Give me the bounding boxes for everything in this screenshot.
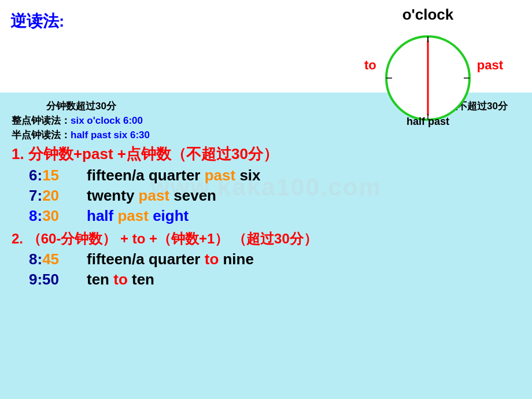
- rule2-heading: 2. （60-分钟数） + to +（钟数+1） （超过30分）: [12, 230, 520, 248]
- to-label: to: [364, 58, 376, 73]
- time-row-830: 8:30 half past eight: [12, 207, 520, 225]
- line1-value: six o'clock 6:00: [71, 115, 143, 126]
- page-title: 逆读法:: [10, 10, 64, 32]
- rule1-heading: 1. 分钟数+past +点钟数（不超过30分）: [12, 144, 520, 164]
- line1-desc: 整点钟读法：six o'clock 6:00: [12, 114, 214, 127]
- time-row-950: 9:50 ten to ten: [12, 271, 520, 289]
- half-past-label: half past: [407, 116, 449, 128]
- line2-desc: 半点钟读法：half past six 6:30: [12, 128, 214, 142]
- time-row-720: 7:20 twenty past seven: [12, 187, 520, 205]
- left-top-desc: 分钟数超过30分: [46, 99, 214, 113]
- line2-value: half past six 6:30: [71, 130, 150, 141]
- line1-prefix: 整点钟读法：: [12, 115, 71, 126]
- time-row-845: 8:45 fifteen/a quarter to nine: [12, 250, 520, 268]
- past-label: past: [477, 58, 503, 73]
- line2-prefix: 半点钟读法：: [12, 130, 71, 141]
- oclock-label: o'clock: [347, 6, 509, 24]
- time-row-615: 6:15 fifteen/a quarter past six: [12, 167, 520, 184]
